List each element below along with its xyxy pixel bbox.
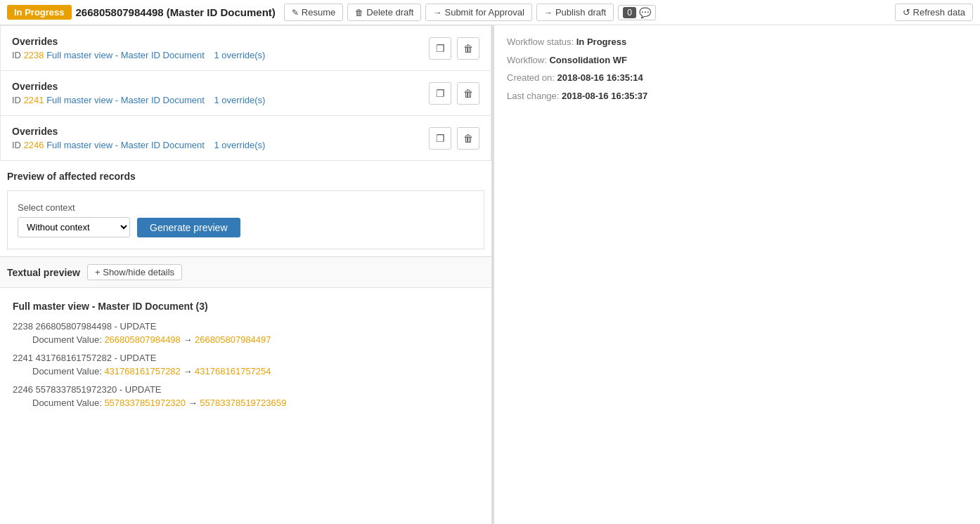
top-bar: In Progress 266805807984498 (Master ID D… xyxy=(0,0,980,25)
context-select[interactable]: Without context xyxy=(18,217,130,237)
created-row: Created on: 2018-08-16 16:35:14 xyxy=(507,71,967,85)
override-id: 2238 xyxy=(24,50,44,60)
delete-override-button[interactable]: 🗑 xyxy=(457,82,479,105)
workflow-status-row: Workflow status: In Progress xyxy=(507,35,967,49)
override-link[interactable]: 1 override(s) xyxy=(214,140,265,150)
override-left: Overrides ID 2238 Full master view - Mas… xyxy=(12,36,265,60)
trash-icon: 🗑 xyxy=(355,8,363,18)
update-detail: Document Value: 431768161757282 → 431768… xyxy=(32,366,479,376)
preview-box: Select context Without context Generate … xyxy=(7,190,484,249)
view-link[interactable]: Full master view - Master ID Document xyxy=(46,95,205,105)
delete-draft-button[interactable]: 🗑 Delete draft xyxy=(347,4,421,21)
workflow-value: Consolidation WF xyxy=(549,55,626,65)
override-item: Overrides ID 2246 Full master view - Mas… xyxy=(1,116,491,160)
created-label: Created on: xyxy=(507,72,555,83)
update-block: 2241 431768161757282 - UPDATE Document V… xyxy=(13,352,479,376)
update-block: 2238 266805807984498 - UPDATE Document V… xyxy=(13,320,479,345)
override-id: 2246 xyxy=(24,140,44,150)
textual-preview-label: Textual preview xyxy=(7,267,80,278)
override-sub: ID 2246 Full master view - Master ID Doc… xyxy=(12,140,265,150)
old-value: 5578337851972320 xyxy=(104,398,186,408)
override-left: Overrides ID 2246 Full master view - Mas… xyxy=(12,126,265,150)
arrow-right-icon: → xyxy=(433,8,441,18)
refresh-button[interactable]: ↺ Refresh data xyxy=(895,4,973,21)
old-value: 266805807984498 xyxy=(104,334,180,345)
last-change-row: Last change: 2018-08-16 16:35:37 xyxy=(507,89,967,103)
last-change-label: Last change: xyxy=(507,91,559,101)
update-block: 2246 5578337851972320 - UPDATE Document … xyxy=(13,384,479,408)
delete-override-button[interactable]: 🗑 xyxy=(457,37,479,60)
edit-icon: ✎ xyxy=(292,8,299,18)
update-id: 2246 5578337851972320 - UPDATE xyxy=(13,384,162,395)
update-detail: Document Value: 266805807984498 → 266805… xyxy=(32,334,479,345)
new-value: 431768161757254 xyxy=(195,366,271,376)
workflow-status-value: In Progress xyxy=(576,37,627,47)
refresh-icon: ↺ xyxy=(903,7,910,18)
update-id: 2238 266805807984498 - UPDATE xyxy=(13,321,156,332)
override-left: Overrides ID 2241 Full master view - Mas… xyxy=(12,81,265,105)
update-id: 2241 431768161757282 - UPDATE xyxy=(13,353,156,363)
context-row: Without context Generate preview xyxy=(18,217,474,237)
old-value: 431768161757282 xyxy=(104,366,180,376)
new-value: 266805807984497 xyxy=(195,334,271,345)
publish-icon: → xyxy=(544,8,553,18)
workflow-row: Workflow: Consolidation WF xyxy=(507,53,967,67)
textual-preview-content: Full master view - Master ID Document (3… xyxy=(0,287,491,428)
override-actions: ❐ 🗑 xyxy=(429,37,479,60)
new-value: 5578337851972​3659 xyxy=(200,398,286,408)
workflow-label: Workflow: xyxy=(507,55,547,65)
preview-section: Preview of affected records Select conte… xyxy=(0,161,491,256)
update-id-row: 2241 431768161757282 - UPDATE xyxy=(13,352,479,363)
textual-preview-header: Textual preview + Show/hide details xyxy=(0,256,491,287)
show-hide-details-button[interactable]: + Show/hide details xyxy=(87,264,182,280)
updates-container: 2238 266805807984498 - UPDATE Document V… xyxy=(13,320,479,408)
resume-button[interactable]: ✎ Resume xyxy=(284,4,343,21)
override-id: 2241 xyxy=(24,95,44,105)
edit-override-button[interactable]: ❐ xyxy=(429,82,451,105)
override-item: Overrides ID 2238 Full master view - Mas… xyxy=(1,26,491,71)
workflow-status-label: Workflow status: xyxy=(507,37,574,47)
preview-section-title: Preview of affected records xyxy=(7,171,484,182)
override-link[interactable]: 1 override(s) xyxy=(214,95,265,105)
view-link[interactable]: Full master view - Master ID Document xyxy=(46,50,205,60)
generate-preview-button[interactable]: Generate preview xyxy=(137,218,240,237)
comment-icon: 💬 xyxy=(639,7,651,18)
update-id-row: 2238 266805807984498 - UPDATE xyxy=(13,320,479,332)
context-label: Select context xyxy=(18,202,474,213)
delete-override-button[interactable]: 🗑 xyxy=(457,127,479,150)
override-title: Overrides xyxy=(12,36,265,47)
doc-title: 266805807984498 (Master ID Document) xyxy=(76,6,276,18)
edit-override-button[interactable]: ❐ xyxy=(429,127,451,150)
textual-section-title: Full master view - Master ID Document (3… xyxy=(13,301,479,312)
left-panel: Overrides ID 2238 Full master view - Mas… xyxy=(0,25,492,524)
override-title: Overrides xyxy=(12,81,265,92)
created-value: 2018-08-16 16:35:14 xyxy=(557,72,643,83)
main-layout: Overrides ID 2238 Full master view - Mas… xyxy=(0,25,980,524)
right-panel: Workflow status: In Progress Workflow: C… xyxy=(492,25,980,524)
override-actions: ❐ 🗑 xyxy=(429,82,479,105)
overrides-container: Overrides ID 2238 Full master view - Mas… xyxy=(0,25,491,161)
update-detail: Document Value: 5578337851972320 → 55783… xyxy=(32,398,479,408)
comment-button[interactable]: 0 💬 xyxy=(618,5,656,20)
publish-draft-button[interactable]: → Publish draft xyxy=(536,4,614,21)
override-link[interactable]: 1 override(s) xyxy=(214,50,265,60)
comment-count: 0 xyxy=(623,7,636,18)
view-link[interactable]: Full master view - Master ID Document xyxy=(46,140,205,150)
submit-approval-button[interactable]: → Submit for Approval xyxy=(425,4,531,21)
update-id-row: 2246 5578337851972320 - UPDATE xyxy=(13,384,479,395)
status-badge: In Progress xyxy=(7,5,72,20)
last-change-value: 2018-08-16 16:35:37 xyxy=(562,91,647,101)
edit-override-button[interactable]: ❐ xyxy=(429,37,451,60)
override-sub: ID 2238 Full master view - Master ID Doc… xyxy=(12,50,265,60)
override-actions: ❐ 🗑 xyxy=(429,127,479,150)
override-item: Overrides ID 2241 Full master view - Mas… xyxy=(1,71,491,116)
override-sub: ID 2241 Full master view - Master ID Doc… xyxy=(12,95,265,105)
override-title: Overrides xyxy=(12,126,265,137)
